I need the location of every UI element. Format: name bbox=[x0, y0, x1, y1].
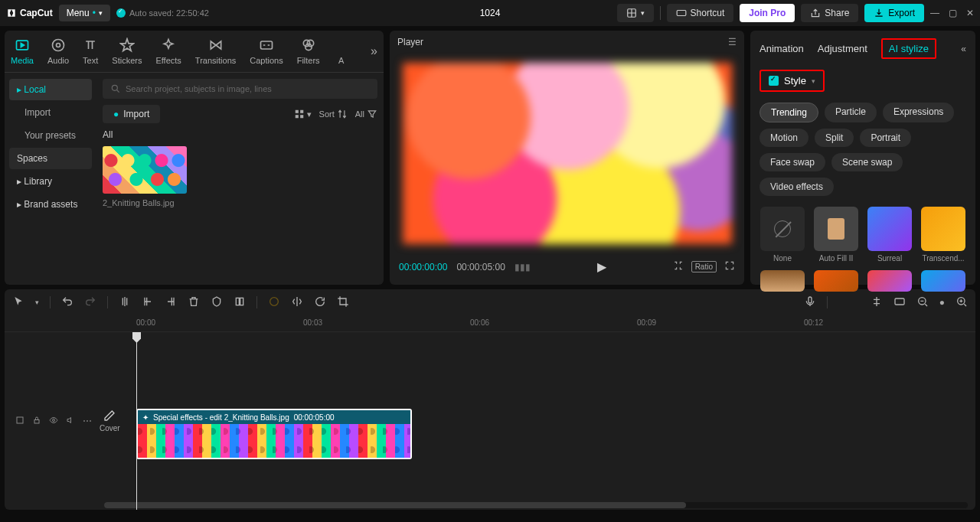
tab-stickers[interactable]: Stickers bbox=[112, 38, 142, 65]
redo-button[interactable] bbox=[84, 295, 96, 310]
freeze-button[interactable] bbox=[234, 295, 246, 310]
timeline-ruler[interactable]: 00:00 00:03 00:06 00:09 00:12 bbox=[5, 315, 975, 332]
trim-right-button[interactable] bbox=[165, 295, 177, 310]
quality-button[interactable]: ▮▮▮ bbox=[514, 262, 531, 272]
shortcut-button[interactable]: Shortcut bbox=[667, 4, 734, 22]
filter-all-button[interactable]: All bbox=[355, 109, 377, 119]
grid-view-button[interactable]: ▾ bbox=[294, 109, 312, 119]
crop-icon bbox=[337, 295, 349, 308]
sidebar-item-spaces[interactable]: Spaces bbox=[9, 148, 92, 169]
chip-split[interactable]: Split bbox=[815, 129, 854, 147]
fullscreen-button[interactable] bbox=[724, 260, 735, 273]
menu-button[interactable]: Menu • ▾ bbox=[59, 5, 110, 21]
style-checkbox[interactable] bbox=[769, 76, 779, 86]
tool-dropdown[interactable]: ▾ bbox=[35, 299, 39, 306]
sidebar-item-presets[interactable]: Your presets bbox=[9, 125, 92, 146]
chip-face-swap[interactable]: Face swap bbox=[760, 153, 825, 171]
style-preset-5[interactable] bbox=[760, 270, 805, 292]
track-visible-button[interactable] bbox=[49, 416, 58, 427]
rtab-animation[interactable]: Animation bbox=[760, 43, 804, 54]
tool-tab-strip: Media Audio Text Stickers Effects Transi… bbox=[5, 31, 384, 73]
preview-mode-button[interactable] bbox=[893, 295, 906, 310]
cover-button[interactable]: Cover bbox=[100, 409, 120, 432]
player-menu-button[interactable]: ☰ bbox=[728, 37, 737, 47]
mic-button[interactable] bbox=[804, 295, 816, 310]
rtab-ai-stylize[interactable]: AI stylize bbox=[881, 38, 936, 59]
tab-a-partial[interactable]: A bbox=[334, 38, 349, 65]
playhead[interactable] bbox=[136, 332, 137, 510]
svg-point-3 bbox=[53, 40, 64, 51]
chip-motion[interactable]: Motion bbox=[760, 129, 808, 147]
style-none[interactable]: None bbox=[760, 207, 805, 263]
track-collapse-button[interactable] bbox=[15, 416, 24, 427]
mirror-button[interactable] bbox=[291, 295, 303, 310]
chip-expressions[interactable]: Expressions bbox=[883, 103, 954, 122]
style-surreal[interactable]: Surreal bbox=[867, 207, 913, 263]
trim-left-button[interactable] bbox=[142, 295, 154, 310]
tab-filters[interactable]: Filters bbox=[297, 38, 320, 65]
collapse-panel-button[interactable]: « bbox=[961, 44, 966, 54]
layout-button[interactable]: ▾ bbox=[617, 4, 654, 22]
tab-transitions[interactable]: Transitions bbox=[195, 38, 236, 65]
marker-button[interactable] bbox=[211, 295, 223, 310]
media-thumbnail[interactable]: 2_Knitting Balls.jpg bbox=[103, 146, 187, 207]
export-button[interactable]: Export bbox=[864, 4, 924, 22]
split-button[interactable] bbox=[119, 295, 131, 310]
style-preset-8[interactable] bbox=[920, 270, 966, 292]
chip-trending[interactable]: Trending bbox=[760, 103, 818, 122]
style-preset-6[interactable] bbox=[813, 270, 859, 292]
tab-text[interactable]: Text bbox=[83, 38, 98, 65]
chip-scene-swap[interactable]: Scene swap bbox=[831, 153, 903, 171]
zoom-slider[interactable]: ● bbox=[939, 297, 945, 308]
timeline-tracks[interactable]: ⋯ Cover ✦ Special effects - edit 2_Knitt… bbox=[5, 332, 975, 510]
crop-view-button[interactable] bbox=[673, 260, 684, 273]
tab-audio[interactable]: Audio bbox=[47, 38, 69, 65]
tab-media[interactable]: Media bbox=[11, 38, 34, 65]
chip-video-effects[interactable]: Video effects bbox=[760, 178, 834, 196]
track-more-button[interactable]: ⋯ bbox=[83, 416, 92, 426]
close-button[interactable]: ✕ bbox=[966, 8, 974, 18]
tabs-more-button[interactable]: » bbox=[371, 44, 377, 58]
rotate-button[interactable] bbox=[314, 295, 326, 310]
tab-effects[interactable]: Effects bbox=[155, 38, 181, 65]
sidebar-item-local[interactable]: ▸ Local bbox=[9, 79, 92, 100]
play-button[interactable]: ▶ bbox=[597, 260, 606, 273]
zoom-out-button[interactable] bbox=[916, 295, 929, 310]
reverse-button[interactable] bbox=[268, 295, 280, 310]
sidebar-item-import[interactable]: Import bbox=[9, 102, 92, 123]
zoom-in-button[interactable] bbox=[956, 295, 968, 310]
sidebar-item-brand-assets[interactable]: ▸ Brand assets bbox=[9, 194, 92, 215]
search-input[interactable]: Search project, subjects in image, lines bbox=[103, 79, 377, 99]
svg-rect-13 bbox=[300, 115, 303, 118]
chip-portrait[interactable]: Portrait bbox=[860, 129, 911, 147]
align-button[interactable] bbox=[871, 295, 883, 310]
minimize-button[interactable]: — bbox=[930, 8, 939, 18]
crop-button[interactable] bbox=[337, 295, 349, 310]
style-autofill[interactable]: Auto Fill II bbox=[813, 207, 859, 263]
chip-particle[interactable]: Particle bbox=[825, 103, 877, 122]
ratio-button[interactable]: Ratio bbox=[691, 261, 717, 272]
share-button[interactable]: Share bbox=[801, 4, 858, 22]
track-lock-button[interactable] bbox=[32, 416, 41, 427]
app-logo: CapCut bbox=[6, 8, 53, 18]
delete-button[interactable] bbox=[188, 295, 200, 310]
svg-point-23 bbox=[53, 419, 55, 421]
style-section-header[interactable]: Style ▾ bbox=[760, 70, 825, 92]
maximize-button[interactable]: ▢ bbox=[949, 8, 957, 18]
import-button[interactable]: ● Import bbox=[103, 105, 160, 123]
timeline-clip[interactable]: ✦ Special effects - edit 2_Knitting Ball… bbox=[136, 409, 412, 459]
preview-canvas[interactable] bbox=[403, 63, 732, 244]
tab-captions[interactable]: Captions bbox=[250, 38, 283, 65]
track-mute-button[interactable] bbox=[66, 416, 75, 427]
style-transcend[interactable]: Transcend... bbox=[920, 207, 966, 263]
sort-button[interactable]: Sort bbox=[319, 109, 348, 119]
style-preset-7[interactable] bbox=[867, 270, 913, 292]
sidebar-item-library[interactable]: ▸ Library bbox=[9, 171, 92, 192]
undo-button[interactable] bbox=[61, 295, 74, 310]
rtab-adjustment[interactable]: Adjustment bbox=[818, 43, 867, 54]
media-icon bbox=[15, 38, 30, 53]
thumbnail-name: 2_Knitting Balls.jpg bbox=[103, 198, 187, 207]
join-pro-button[interactable]: Join Pro bbox=[740, 4, 795, 22]
select-tool[interactable] bbox=[12, 295, 24, 310]
timeline-scrollbar[interactable] bbox=[104, 502, 968, 508]
